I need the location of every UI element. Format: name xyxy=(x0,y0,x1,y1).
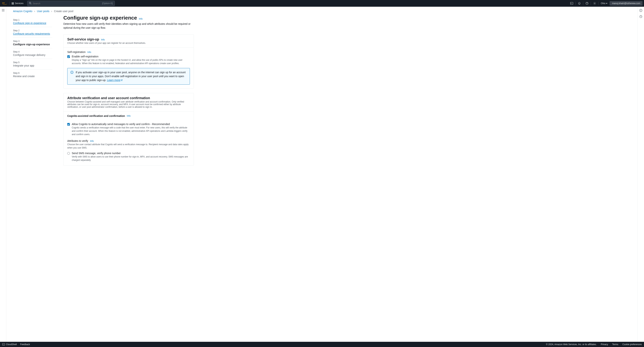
panel2-title: Attribute verification and user account … xyxy=(67,96,150,100)
search-icon xyxy=(29,2,32,5)
svg-rect-16 xyxy=(2,344,5,346)
attribute-verification-panel: Attribute verification and user account … xyxy=(63,93,194,166)
privacy-link[interactable]: Privacy xyxy=(601,343,608,346)
wizard-steps: Step 1 Configure sign-in experience Step… xyxy=(13,15,52,166)
self-registration-info[interactable]: Info xyxy=(88,51,91,54)
page-title: Configure sign-up experience Info xyxy=(63,15,194,21)
terms-link[interactable]: Terms xyxy=(612,343,618,346)
external-link-icon xyxy=(121,78,122,82)
breadcrumb: Amazon Cognito › User pools › Create use… xyxy=(6,10,637,15)
footer: CloudShell Feedback © 2024, Amazon Web S… xyxy=(0,342,644,347)
attributes-to-verify-desc: Choose the user contact attribute that C… xyxy=(67,143,190,150)
search-hotkey: [Option+S] xyxy=(102,2,113,5)
region-selector[interactable]: Ohio ▾ xyxy=(598,2,610,5)
self-service-signup-panel: Self-service sign-up Info Choose whether… xyxy=(63,34,194,88)
grid-icon xyxy=(12,2,14,4)
region-label: Ohio xyxy=(601,2,606,5)
svg-line-2 xyxy=(31,4,32,4)
right-rail xyxy=(637,7,644,342)
search-input[interactable] xyxy=(32,2,113,5)
cookie-preferences-link[interactable]: Cookie preferences xyxy=(622,343,642,346)
allow-cognito-auto-verify-checkbox[interactable] xyxy=(67,123,70,126)
enable-self-registration-checkbox[interactable] xyxy=(67,55,70,58)
attributes-to-verify-info[interactable]: Info xyxy=(90,140,94,142)
top-nav: aws Services [Option+S] Ohio ▾ xyxy=(0,0,644,7)
breadcrumb-current: Create user pool xyxy=(54,10,74,13)
account-label: manoj.khatri@tothenew.com xyxy=(612,2,640,5)
panel2-subtitle: Choose between Cognito-assisted and self… xyxy=(67,100,190,108)
svg-point-5 xyxy=(594,3,595,4)
panel1-subtitle: Choose whether new users of your app can… xyxy=(67,42,190,44)
services-menu[interactable]: Services xyxy=(10,2,26,5)
self-registration-heading: Self-registration xyxy=(67,50,86,54)
aws-logo[interactable]: aws xyxy=(0,2,9,5)
allow-cognito-auto-verify-desc: Cognito sends a verification message wit… xyxy=(72,126,190,136)
cognito-assisted-info[interactable]: Info xyxy=(127,114,131,117)
wizard-step-2[interactable]: Step 2 Configure security requirements xyxy=(13,27,52,38)
self-registration-warning: If you activate user sign-up in your use… xyxy=(67,68,190,84)
chevron-right-icon: › xyxy=(51,10,52,13)
wizard-step-1[interactable]: Step 1 Configure sign-in experience xyxy=(13,16,52,27)
account-menu[interactable]: manoj.khatri@tothenew.com xyxy=(610,1,642,6)
svg-rect-11 xyxy=(72,72,72,73)
learn-more-link[interactable]: Learn more xyxy=(107,79,122,82)
cloudshell-button[interactable]: CloudShell xyxy=(2,343,17,346)
svg-text:aws: aws xyxy=(2,2,5,4)
svg-point-10 xyxy=(72,72,72,72)
wizard-step-3: Step 3 Configure sign-up experience xyxy=(13,38,52,48)
services-label: Services xyxy=(15,2,24,5)
svg-point-1 xyxy=(29,2,31,4)
global-search[interactable]: [Option+S] xyxy=(27,1,115,6)
verify-phone-radio[interactable] xyxy=(67,152,70,155)
chevron-right-icon: › xyxy=(34,10,35,13)
allow-cognito-auto-verify-label: Allow Cognito to automatically send mess… xyxy=(72,122,190,126)
panel1-title: Self-service sign-up xyxy=(67,38,99,41)
left-rail xyxy=(0,7,6,342)
wizard-step-5: Step 5 Integrate your app xyxy=(13,59,52,70)
help-panel-icon[interactable] xyxy=(639,9,642,12)
help-icon[interactable] xyxy=(583,2,591,5)
svg-rect-14 xyxy=(641,10,641,11)
page-description: Determine how new users will verify thei… xyxy=(63,22,194,30)
svg-point-13 xyxy=(641,10,641,10)
caret-down-icon: ▾ xyxy=(606,2,607,5)
enable-self-registration-desc: Display a "Sign up" link on the sign-in … xyxy=(72,58,190,65)
wizard-step-4: Step 4 Configure message delivery xyxy=(13,48,52,59)
open-side-panel[interactable] xyxy=(2,9,5,342)
copyright-text: © 2024, Amazon Web Services, Inc. or its… xyxy=(546,343,597,346)
cloudshell-icon[interactable] xyxy=(568,2,576,5)
info-icon xyxy=(70,71,74,82)
svg-rect-3 xyxy=(570,2,573,4)
enable-self-registration-label: Enable self-registration xyxy=(72,55,190,58)
verify-phone-label: Send SMS message, verify phone number xyxy=(72,152,190,155)
feedback-link[interactable]: Feedback xyxy=(20,343,30,346)
cognito-assisted-heading: Cognito-assisted verification and confir… xyxy=(67,114,125,118)
verify-phone-desc: Verify with SMS to allow users to use th… xyxy=(72,155,190,162)
notifications-icon[interactable] xyxy=(576,2,583,5)
breadcrumb-user-pools[interactable]: User pools xyxy=(37,10,50,13)
panel1-info-link[interactable]: Info xyxy=(101,38,105,41)
attributes-to-verify-heading: Attributes to verify xyxy=(67,140,88,142)
wizard-step-6: Step 6 Review and create xyxy=(13,70,52,80)
page-info-link[interactable]: Info xyxy=(139,18,142,20)
settings-icon[interactable] xyxy=(591,2,598,5)
history-panel-icon[interactable] xyxy=(639,15,642,19)
breadcrumb-service[interactable]: Amazon Cognito xyxy=(13,10,32,13)
